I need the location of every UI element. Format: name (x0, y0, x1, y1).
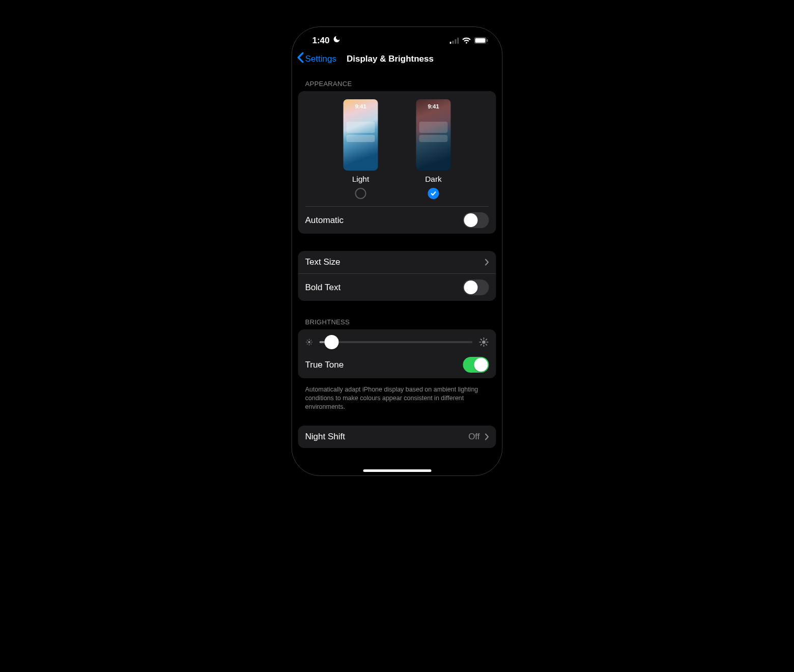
svg-line-12 (307, 340, 307, 341)
appearance-group: 9:41 Light 9:41 D (298, 91, 496, 234)
dark-preview-thumbnail: 9:41 (416, 99, 451, 171)
appearance-option-dark[interactable]: 9:41 Dark (416, 99, 451, 199)
preview-clock: 9:41 (344, 103, 378, 109)
text-size-row[interactable]: Text Size (298, 251, 496, 273)
back-button[interactable]: Settings (297, 52, 336, 66)
sun-max-icon (479, 337, 489, 347)
appearance-option-light[interactable]: 9:41 Light (344, 99, 378, 199)
automatic-toggle[interactable] (463, 212, 489, 228)
appearance-header: APPEARANCE (298, 80, 496, 91)
svg-rect-1 (452, 41, 454, 44)
night-shift-label: Night Shift (305, 432, 345, 442)
bold-text-row: Bold Text (298, 273, 496, 301)
dark-radio[interactable] (428, 188, 439, 199)
preview-clock: 9:41 (416, 103, 451, 109)
true-tone-footer: Automatically adapt iPhone display based… (298, 382, 496, 411)
appearance-previews-row: 9:41 Light 9:41 D (298, 91, 496, 207)
svg-line-24 (486, 339, 487, 340)
svg-line-21 (481, 339, 482, 340)
brightness-slider-row (298, 329, 496, 351)
phone-frame: 1:40 (292, 26, 503, 476)
chevron-right-icon (485, 433, 489, 440)
chevron-right-icon (485, 259, 489, 266)
content: APPEARANCE 9:41 Light (292, 69, 502, 448)
night-shift-value: Off (468, 432, 479, 442)
brightness-group: True Tone (298, 329, 496, 378)
svg-line-14 (307, 344, 307, 344)
true-tone-label: True Tone (305, 360, 344, 370)
svg-line-22 (486, 344, 487, 345)
light-label: Light (352, 175, 370, 184)
status-bar: 1:40 (292, 27, 502, 48)
nav-bar: Settings Display & Brightness (292, 48, 502, 69)
status-time: 1:40 (313, 36, 330, 46)
svg-rect-2 (455, 39, 457, 44)
battery-icon (474, 37, 488, 44)
automatic-label: Automatic (305, 215, 344, 226)
text-group: Text Size Bold Text (298, 251, 496, 301)
light-radio[interactable] (355, 188, 366, 199)
dark-label: Dark (425, 175, 442, 184)
true-tone-toggle[interactable] (463, 357, 489, 373)
svg-rect-5 (475, 38, 486, 43)
svg-line-23 (481, 344, 482, 345)
bold-text-label: Bold Text (305, 283, 341, 293)
svg-rect-3 (458, 38, 459, 44)
cellular-icon (450, 38, 459, 44)
automatic-row: Automatic (298, 207, 496, 234)
home-indicator (363, 469, 431, 472)
back-label: Settings (305, 54, 336, 64)
svg-line-13 (311, 344, 311, 344)
brightness-header: BRIGHTNESS (298, 318, 496, 329)
wifi-icon (462, 37, 471, 44)
svg-point-16 (482, 341, 486, 344)
bold-text-toggle[interactable] (463, 279, 489, 295)
sun-min-icon (305, 338, 314, 346)
true-tone-row: True Tone (298, 351, 496, 378)
brightness-slider[interactable] (320, 335, 473, 349)
night-shift-row[interactable]: Night Shift Off (298, 426, 496, 448)
light-preview-thumbnail: 9:41 (344, 99, 378, 171)
svg-rect-6 (487, 39, 488, 42)
text-size-label: Text Size (305, 257, 341, 267)
chevron-left-icon (297, 52, 304, 66)
svg-rect-0 (450, 42, 451, 44)
moon-icon (333, 35, 341, 46)
night-shift-group: Night Shift Off (298, 426, 496, 448)
page-title: Display & Brightness (347, 54, 434, 64)
svg-line-15 (311, 340, 311, 341)
svg-point-7 (308, 341, 310, 343)
